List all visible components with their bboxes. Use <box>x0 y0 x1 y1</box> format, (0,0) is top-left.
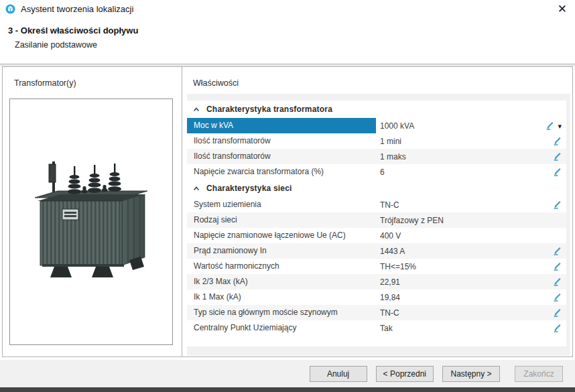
property-label: Ilość transformatorów <box>187 149 376 164</box>
wizard-footer: Anuluj< PoprzedniNastępny >Zakończ <box>0 360 575 387</box>
dropdown-arrow-icon[interactable]: ▾ <box>558 123 562 129</box>
section-header[interactable]: Charakterystyka transformatora <box>187 101 566 118</box>
property-value: 19,84 <box>376 293 535 302</box>
property-value: 1000 kVA <box>376 121 535 131</box>
property-value: 6 <box>376 168 535 177</box>
property-actions <box>535 324 566 332</box>
previous-button[interactable]: < Poprzedni <box>376 366 434 382</box>
collapse-chevron-icon[interactable] <box>193 186 200 191</box>
property-value: TN-C <box>376 308 535 318</box>
property-row[interactable]: Typ sicie na głównym moście szynowymTN-C <box>187 305 566 320</box>
wizard-content: Transformator(y) <box>2 66 573 357</box>
property-actions: ▾ <box>535 121 566 130</box>
titlebar: Asystent tworzenia lokalizacji <box>5 4 133 14</box>
property-label: Centralny Punkt Uziemiający <box>187 320 376 336</box>
property-label: Ik 1 Max (kA) <box>187 289 376 305</box>
property-row[interactable]: System uziemieniaTN-C <box>187 197 566 212</box>
property-row[interactable]: Wartość harmonicznychTH<=15% <box>187 259 566 274</box>
wizard-cube-icon <box>5 4 15 14</box>
property-value: 1443 A <box>376 247 535 256</box>
edit-pencil-icon[interactable] <box>553 137 562 145</box>
property-actions <box>535 277 566 286</box>
property-row[interactable]: Prąd znamionowy In1443 A <box>187 243 566 259</box>
property-label: Ilość transformatorów <box>187 133 376 149</box>
property-row[interactable]: Ik 2/3 Max (kA)22,91 <box>187 274 566 289</box>
properties-panel: Właściwości Charakterystyka transformato… <box>182 67 572 356</box>
property-value: TH<=15% <box>376 262 535 271</box>
edit-pencil-icon[interactable] <box>553 324 562 332</box>
property-value: Tak <box>376 324 535 333</box>
collapse-chevron-icon[interactable] <box>193 107 200 112</box>
property-value: 1 mini <box>376 137 535 146</box>
property-label: Prąd znamionowy In <box>187 243 376 259</box>
property-actions <box>535 200 566 209</box>
window-bottom-strip <box>0 387 575 392</box>
property-row[interactable]: Moc w kVA1000 kVA▾ <box>187 118 566 133</box>
window-title: Asystent tworzenia lokalizacji <box>21 4 133 14</box>
property-label: System uziemienia <box>187 197 376 212</box>
property-row[interactable]: Ilość transformatorów1 mini <box>187 133 566 149</box>
edit-pencil-icon[interactable] <box>553 168 562 176</box>
property-label: Ik 2/3 Max (kA) <box>187 274 376 289</box>
property-label: Napięcie zwarcia transformatora (%) <box>187 164 376 180</box>
edit-pencil-icon[interactable] <box>553 152 562 161</box>
section-label: Charakterystyka sieci <box>206 184 292 193</box>
step-subtitle: Zasilanie podstawowe <box>15 40 97 50</box>
property-actions <box>535 262 566 271</box>
property-label: Typ sicie na głównym moście szynowym <box>187 305 376 320</box>
edit-pencil-icon[interactable] <box>553 277 562 286</box>
property-actions <box>535 168 566 176</box>
section-header[interactable]: Charakterystyka sieci <box>187 180 566 197</box>
properties-grid: Charakterystyka transformatoraMoc w kVA1… <box>187 101 566 346</box>
edit-pencil-icon[interactable] <box>553 293 562 302</box>
property-value: 22,91 <box>376 277 535 287</box>
edit-pencil-icon[interactable] <box>553 308 562 317</box>
property-actions <box>535 247 566 255</box>
property-row[interactable]: Rodzaj sieciTrójfazowy z PEN <box>187 212 566 228</box>
property-label: Moc w kVA <box>187 118 376 133</box>
transformer-image <box>10 99 172 344</box>
property-actions <box>535 308 566 317</box>
property-value: 400 V <box>376 231 535 241</box>
close-icon[interactable]: ✕ <box>558 3 567 16</box>
property-row[interactable]: Centralny Punkt UziemiającyTak <box>187 320 566 336</box>
transformer-panel: Transformator(y) <box>3 67 182 356</box>
property-label: Rodzaj sieci <box>187 212 376 228</box>
property-actions <box>535 152 566 161</box>
step-title: 3 - Określ właściwości dopływu <box>8 25 138 36</box>
property-actions <box>535 137 566 145</box>
cancel-button[interactable]: Anuluj <box>310 366 367 382</box>
properties-scroll-area: Charakterystyka transformatoraMoc w kVA1… <box>187 94 570 356</box>
properties-panel-title: Właściwości <box>193 78 239 88</box>
property-value: 1 maks <box>376 152 535 161</box>
property-label: Wartość harmonicznych <box>187 259 376 274</box>
finish-button: Zakończ <box>515 366 563 382</box>
property-value: TN-C <box>376 200 535 210</box>
transformer-panel-title: Transformator(y) <box>14 78 76 88</box>
edit-pencil-icon[interactable] <box>553 247 562 255</box>
edit-pencil-icon[interactable] <box>553 262 562 271</box>
property-value: Trójfazowy z PEN <box>376 216 535 225</box>
property-row[interactable]: Ik 1 Max (kA)19,84 <box>187 289 566 305</box>
edit-pencil-icon[interactable] <box>553 200 562 209</box>
property-actions <box>535 293 566 302</box>
property-label: Napięcie znamionowe łączeniowe Ue (AC) <box>187 228 376 243</box>
property-row[interactable]: Ilość transformatorów1 maks <box>187 149 566 164</box>
edit-pencil-icon[interactable] <box>546 121 554 130</box>
transformer-image-frame <box>9 99 173 345</box>
property-row[interactable]: Napięcie znamionowe łączeniowe Ue (AC)40… <box>187 228 566 243</box>
next-button[interactable]: Następny > <box>442 366 500 382</box>
section-label: Charakterystyka transformatora <box>206 105 332 114</box>
property-row[interactable]: Napięcie zwarcia transformatora (%)6 <box>187 164 566 180</box>
